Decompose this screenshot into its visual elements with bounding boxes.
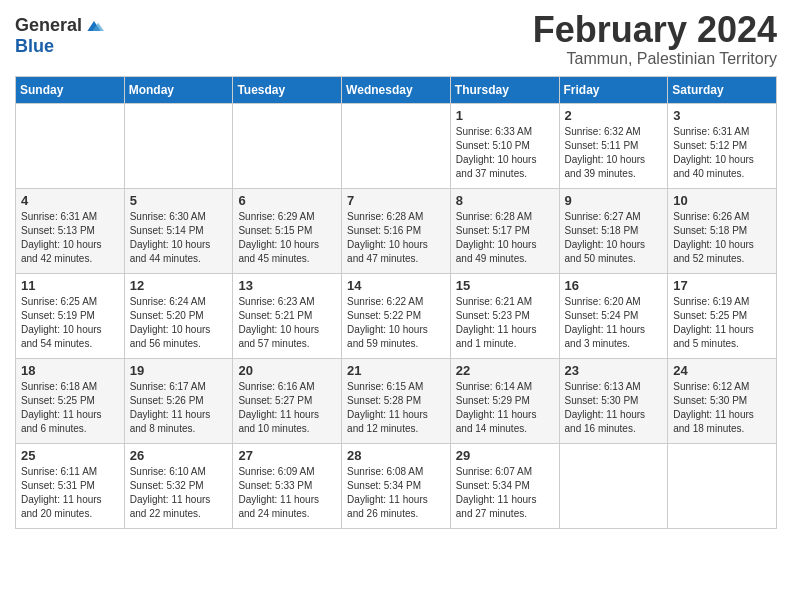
week-row-4: 18Sunrise: 6:18 AMSunset: 5:25 PMDayligh… — [16, 358, 777, 443]
day-number: 12 — [130, 278, 228, 293]
logo-blue-text: Blue — [15, 36, 54, 57]
logo-icon — [84, 16, 104, 36]
calendar-table: SundayMondayTuesdayWednesdayThursdayFrid… — [15, 76, 777, 529]
calendar-cell: 20Sunrise: 6:16 AMSunset: 5:27 PMDayligh… — [233, 358, 342, 443]
calendar-cell: 25Sunrise: 6:11 AMSunset: 5:31 PMDayligh… — [16, 443, 125, 528]
day-info: Sunrise: 6:14 AMSunset: 5:29 PMDaylight:… — [456, 380, 554, 436]
day-info: Sunrise: 6:17 AMSunset: 5:26 PMDaylight:… — [130, 380, 228, 436]
col-header-sunday: Sunday — [16, 76, 125, 103]
calendar-cell: 5Sunrise: 6:30 AMSunset: 5:14 PMDaylight… — [124, 188, 233, 273]
col-header-thursday: Thursday — [450, 76, 559, 103]
calendar-cell: 8Sunrise: 6:28 AMSunset: 5:17 PMDaylight… — [450, 188, 559, 273]
logo: General Blue — [15, 15, 104, 57]
calendar-cell — [342, 103, 451, 188]
day-number: 14 — [347, 278, 445, 293]
week-row-1: 1Sunrise: 6:33 AMSunset: 5:10 PMDaylight… — [16, 103, 777, 188]
day-number: 4 — [21, 193, 119, 208]
day-number: 11 — [21, 278, 119, 293]
calendar-cell: 6Sunrise: 6:29 AMSunset: 5:15 PMDaylight… — [233, 188, 342, 273]
day-info: Sunrise: 6:13 AMSunset: 5:30 PMDaylight:… — [565, 380, 663, 436]
calendar-cell: 7Sunrise: 6:28 AMSunset: 5:16 PMDaylight… — [342, 188, 451, 273]
calendar-header-row: SundayMondayTuesdayWednesdayThursdayFrid… — [16, 76, 777, 103]
day-number: 22 — [456, 363, 554, 378]
calendar-cell: 27Sunrise: 6:09 AMSunset: 5:33 PMDayligh… — [233, 443, 342, 528]
day-number: 17 — [673, 278, 771, 293]
calendar-cell: 21Sunrise: 6:15 AMSunset: 5:28 PMDayligh… — [342, 358, 451, 443]
day-number: 15 — [456, 278, 554, 293]
day-info: Sunrise: 6:33 AMSunset: 5:10 PMDaylight:… — [456, 125, 554, 181]
calendar-cell: 2Sunrise: 6:32 AMSunset: 5:11 PMDaylight… — [559, 103, 668, 188]
calendar-cell — [233, 103, 342, 188]
day-info: Sunrise: 6:15 AMSunset: 5:28 PMDaylight:… — [347, 380, 445, 436]
col-header-tuesday: Tuesday — [233, 76, 342, 103]
calendar-cell: 9Sunrise: 6:27 AMSunset: 5:18 PMDaylight… — [559, 188, 668, 273]
day-info: Sunrise: 6:30 AMSunset: 5:14 PMDaylight:… — [130, 210, 228, 266]
col-header-wednesday: Wednesday — [342, 76, 451, 103]
day-info: Sunrise: 6:18 AMSunset: 5:25 PMDaylight:… — [21, 380, 119, 436]
day-number: 1 — [456, 108, 554, 123]
calendar-cell: 14Sunrise: 6:22 AMSunset: 5:22 PMDayligh… — [342, 273, 451, 358]
day-info: Sunrise: 6:27 AMSunset: 5:18 PMDaylight:… — [565, 210, 663, 266]
day-info: Sunrise: 6:22 AMSunset: 5:22 PMDaylight:… — [347, 295, 445, 351]
col-header-saturday: Saturday — [668, 76, 777, 103]
title-area: February 2024 Tammun, Palestinian Territ… — [533, 10, 777, 68]
calendar-cell: 10Sunrise: 6:26 AMSunset: 5:18 PMDayligh… — [668, 188, 777, 273]
day-number: 19 — [130, 363, 228, 378]
calendar-cell: 11Sunrise: 6:25 AMSunset: 5:19 PMDayligh… — [16, 273, 125, 358]
calendar-cell: 23Sunrise: 6:13 AMSunset: 5:30 PMDayligh… — [559, 358, 668, 443]
week-row-2: 4Sunrise: 6:31 AMSunset: 5:13 PMDaylight… — [16, 188, 777, 273]
day-number: 25 — [21, 448, 119, 463]
day-number: 27 — [238, 448, 336, 463]
day-info: Sunrise: 6:16 AMSunset: 5:27 PMDaylight:… — [238, 380, 336, 436]
day-info: Sunrise: 6:21 AMSunset: 5:23 PMDaylight:… — [456, 295, 554, 351]
day-info: Sunrise: 6:29 AMSunset: 5:15 PMDaylight:… — [238, 210, 336, 266]
day-info: Sunrise: 6:20 AMSunset: 5:24 PMDaylight:… — [565, 295, 663, 351]
col-header-friday: Friday — [559, 76, 668, 103]
day-info: Sunrise: 6:31 AMSunset: 5:13 PMDaylight:… — [21, 210, 119, 266]
calendar-cell: 28Sunrise: 6:08 AMSunset: 5:34 PMDayligh… — [342, 443, 451, 528]
day-number: 7 — [347, 193, 445, 208]
day-info: Sunrise: 6:08 AMSunset: 5:34 PMDaylight:… — [347, 465, 445, 521]
day-info: Sunrise: 6:09 AMSunset: 5:33 PMDaylight:… — [238, 465, 336, 521]
header: General Blue February 2024 Tammun, Pales… — [15, 10, 777, 68]
calendar-cell — [16, 103, 125, 188]
day-info: Sunrise: 6:19 AMSunset: 5:25 PMDaylight:… — [673, 295, 771, 351]
day-number: 29 — [456, 448, 554, 463]
calendar-cell: 22Sunrise: 6:14 AMSunset: 5:29 PMDayligh… — [450, 358, 559, 443]
day-info: Sunrise: 6:10 AMSunset: 5:32 PMDaylight:… — [130, 465, 228, 521]
day-info: Sunrise: 6:32 AMSunset: 5:11 PMDaylight:… — [565, 125, 663, 181]
logo-general-text: General — [15, 15, 82, 36]
day-info: Sunrise: 6:31 AMSunset: 5:12 PMDaylight:… — [673, 125, 771, 181]
day-number: 8 — [456, 193, 554, 208]
calendar-cell — [668, 443, 777, 528]
day-number: 2 — [565, 108, 663, 123]
day-number: 24 — [673, 363, 771, 378]
day-info: Sunrise: 6:11 AMSunset: 5:31 PMDaylight:… — [21, 465, 119, 521]
calendar-cell — [124, 103, 233, 188]
calendar-cell: 18Sunrise: 6:18 AMSunset: 5:25 PMDayligh… — [16, 358, 125, 443]
day-number: 18 — [21, 363, 119, 378]
calendar-cell: 15Sunrise: 6:21 AMSunset: 5:23 PMDayligh… — [450, 273, 559, 358]
col-header-monday: Monday — [124, 76, 233, 103]
day-number: 10 — [673, 193, 771, 208]
day-number: 9 — [565, 193, 663, 208]
location-title: Tammun, Palestinian Territory — [533, 50, 777, 68]
calendar-cell: 12Sunrise: 6:24 AMSunset: 5:20 PMDayligh… — [124, 273, 233, 358]
calendar-cell: 16Sunrise: 6:20 AMSunset: 5:24 PMDayligh… — [559, 273, 668, 358]
day-number: 16 — [565, 278, 663, 293]
day-number: 3 — [673, 108, 771, 123]
day-info: Sunrise: 6:28 AMSunset: 5:16 PMDaylight:… — [347, 210, 445, 266]
day-number: 6 — [238, 193, 336, 208]
day-number: 21 — [347, 363, 445, 378]
day-number: 13 — [238, 278, 336, 293]
day-number: 5 — [130, 193, 228, 208]
month-title: February 2024 — [533, 10, 777, 50]
calendar-cell: 19Sunrise: 6:17 AMSunset: 5:26 PMDayligh… — [124, 358, 233, 443]
day-number: 20 — [238, 363, 336, 378]
week-row-3: 11Sunrise: 6:25 AMSunset: 5:19 PMDayligh… — [16, 273, 777, 358]
calendar-cell: 29Sunrise: 6:07 AMSunset: 5:34 PMDayligh… — [450, 443, 559, 528]
day-info: Sunrise: 6:24 AMSunset: 5:20 PMDaylight:… — [130, 295, 228, 351]
calendar-cell: 13Sunrise: 6:23 AMSunset: 5:21 PMDayligh… — [233, 273, 342, 358]
day-info: Sunrise: 6:25 AMSunset: 5:19 PMDaylight:… — [21, 295, 119, 351]
day-info: Sunrise: 6:26 AMSunset: 5:18 PMDaylight:… — [673, 210, 771, 266]
